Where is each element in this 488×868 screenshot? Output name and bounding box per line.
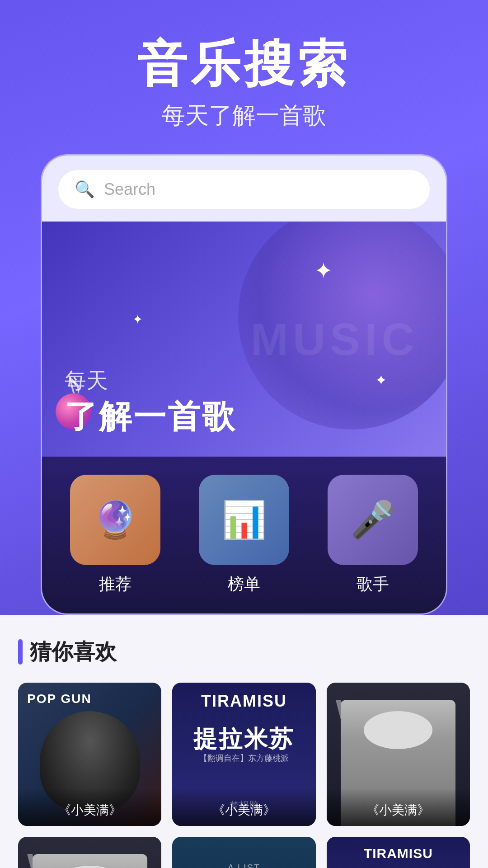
album-art-w2: W — [18, 837, 161, 868]
banner-watermark: MUSIC — [251, 313, 419, 365]
tiramisu2-title: TIRAMISU — [334, 846, 463, 861]
sparkle-icon-3: ✦ — [375, 372, 387, 389]
hero-section: 音乐搜索 每天了解一首歌 🔍 Search ✦ ✦ ✦ ♪ 每天 了解一首歌 M… — [0, 0, 488, 615]
album-overlay-2: 《小美满》 — [172, 788, 315, 826]
sparkle-icon-1: ✦ — [314, 258, 333, 284]
category-recommend[interactable]: 🔮 推荐 — [56, 475, 175, 595]
phone-card: 🔍 Search ✦ ✦ ✦ ♪ 每天 了解一首歌 MUSIC 🔮 — [41, 154, 447, 615]
search-bar[interactable]: 🔍 Search — [58, 170, 430, 209]
album-card-popgun[interactable]: POP GUN 《小美满》 — [18, 683, 161, 826]
banner-text-group: 每天 了解一首歌 — [65, 366, 236, 439]
banner-large-text: 了解一首歌 — [65, 395, 236, 439]
banner-small-text: 每天 — [65, 366, 236, 395]
sparkle-icon-2: ✦ — [132, 312, 143, 327]
hero-subtitle: 每天了解一首歌 — [162, 100, 326, 132]
artist-icon: 🎤 — [350, 499, 395, 541]
section-title: 猜你喜欢 — [18, 637, 470, 666]
person-head-2 — [55, 866, 124, 868]
charts-icon: 📊 — [221, 499, 267, 541]
guess-you-like-section: 猜你喜欢 POP GUN 《小美满》 TIRAMISU 提拉米苏 【翻调自在】东… — [0, 615, 488, 868]
album-title-3: 《小美满》 — [366, 803, 430, 817]
tiramisu1-sub: 【翻调自在】东方藤桃派 — [181, 753, 306, 764]
sad-songs-content: A LIST (TOP) SAD SONGS — [192, 837, 296, 868]
album-overlay-1: 《小美满》 — [18, 788, 161, 826]
section-title-text: 猜你喜欢 — [30, 637, 117, 666]
album-overlay-3: 《小美满》 — [327, 788, 470, 826]
category-section: 🔮 推荐 📊 榜单 🎤 歌手 — [42, 457, 446, 613]
title-bar-decoration — [18, 639, 23, 665]
recommend-icon-box: 🔮 — [70, 475, 160, 565]
hero-title: 音乐搜索 — [137, 36, 351, 91]
album-card-w1[interactable]: W 《小美满》 — [327, 683, 470, 826]
category-artist[interactable]: 🎤 歌手 — [313, 475, 432, 595]
search-icon: 🔍 — [75, 180, 95, 199]
album-art-sad-songs: A LIST (TOP) SAD SONGS — [172, 837, 315, 868]
person-figure-2 — [33, 854, 147, 868]
album-card-tiramisu1[interactable]: TIRAMISU 提拉米苏 【翻调自在】东方藤桃派 梦想脑 《小美满》 — [172, 683, 315, 826]
album-card-sad-songs[interactable]: A LIST (TOP) SAD SONGS — [172, 837, 315, 868]
album-title-2: 《小美满》 — [212, 803, 276, 817]
main-content: 猜你喜欢 POP GUN 《小美满》 TIRAMISU 提拉米苏 【翻调自在】东… — [0, 615, 488, 868]
tiramisu1-cn: 提拉米苏 — [181, 723, 306, 755]
album-art-tiramisu2: TIRAMISU 提拉米苏 【翻调自在】东方藤桃派 ✦ — [327, 837, 470, 868]
recommend-icon: 🔮 — [93, 499, 138, 541]
search-bar-container: 🔍 Search — [42, 156, 446, 222]
charts-label: 榜单 — [228, 573, 260, 595]
category-grid: 🔮 推荐 📊 榜单 🎤 歌手 — [56, 475, 432, 595]
sad-songs-alist: A LIST — [228, 863, 260, 868]
tiramisu1-title: TIRAMISU — [181, 692, 306, 711]
popgun-label: POP GUN — [27, 692, 92, 706]
recommend-label: 推荐 — [99, 573, 131, 595]
album-card-tiramisu2[interactable]: TIRAMISU 提拉米苏 【翻调自在】东方藤桃派 ✦ — [327, 837, 470, 868]
album-card-w2[interactable]: W — [18, 837, 161, 868]
person-head-1 — [364, 711, 432, 749]
album-grid: POP GUN 《小美满》 TIRAMISU 提拉米苏 【翻调自在】东方藤桃派 … — [18, 683, 470, 868]
artist-label: 歌手 — [357, 573, 389, 595]
category-charts[interactable]: 📊 榜单 — [184, 475, 304, 595]
album-title-1: 《小美满》 — [58, 803, 122, 817]
charts-icon-box: 📊 — [199, 475, 289, 565]
card-banner: ✦ ✦ ✦ ♪ 每天 了解一首歌 MUSIC — [42, 222, 446, 457]
artist-icon-box: 🎤 — [328, 475, 418, 565]
search-input-placeholder: Search — [104, 180, 413, 199]
